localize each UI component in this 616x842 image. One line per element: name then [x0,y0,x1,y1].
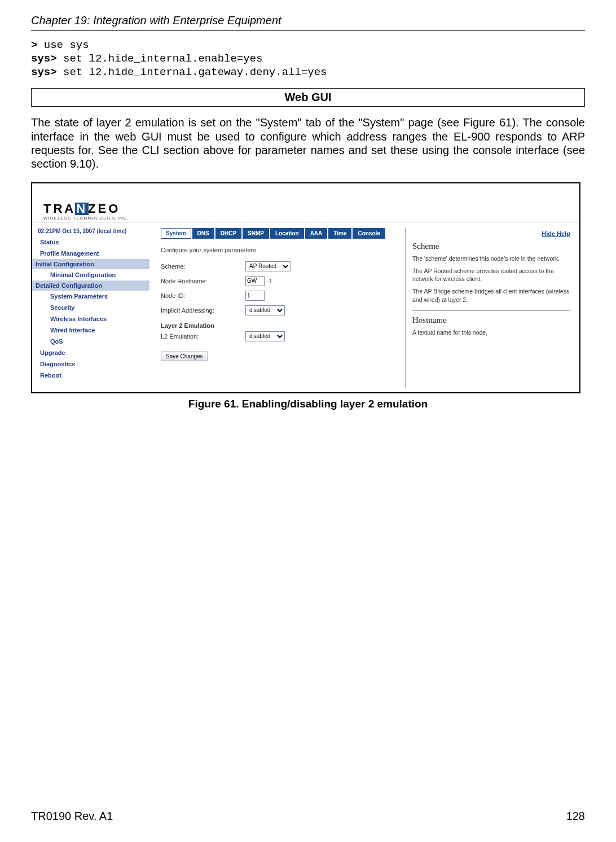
help-text: The AP Routed scheme provides routed acc… [412,267,570,283]
help-panel: Hide Help Scheme The 'scheme' determines… [405,228,575,388]
sidebar-item-wireless[interactable]: Wireless Interfaces [32,313,149,324]
section-heading: Web GUI [31,88,585,107]
screenshot-header: TRANZEO WIRELESS TECHNOLOGIES INC. [32,183,579,222]
footer-revision: TR0190 Rev. A1 [31,810,113,823]
sidebar-item-upgrade[interactable]: Upgrade [32,347,149,358]
tab-dns[interactable]: DNS [192,228,214,239]
cli-prompt: sys> [31,66,57,78]
chapter-title: Chapter 19: Integration with Enterprise … [31,14,585,27]
cli-block: > use sys sys> set l2.hide_internal.enab… [31,39,585,79]
tab-row: System DNS DHCP SNMP Location AAA Time C… [161,228,399,239]
tab-time[interactable]: Time [328,228,351,239]
sidebar-item-system-parameters[interactable]: System Parameters [32,291,149,302]
sidebar: 02:21PM Oct 15, 2007 (local time) Status… [32,222,149,392]
body-paragraph: The state of layer 2 emulation is set on… [31,116,585,171]
footer-page-number: 128 [566,810,585,823]
nodeid-input[interactable] [245,291,265,301]
scheme-select[interactable]: AP Routed [245,261,291,271]
logo-subtext: WIRELESS TECHNOLOGIES INC. [43,216,129,221]
sidebar-item-wired[interactable]: Wired Interface [32,324,149,336]
save-button[interactable]: Save Changes [161,352,208,361]
nodeid-label: Node ID: [161,292,245,299]
help-heading-hostname: Hostname [412,315,570,325]
sidebar-item-minimal[interactable]: Minimal Configuration [32,269,149,280]
cli-command: set l2.hide_internal.enable=yes [57,52,263,65]
l2-label: L2 Emulation: [161,333,245,340]
tab-console[interactable]: Console [353,228,385,239]
help-heading-scheme: Scheme [412,242,570,251]
figure-caption: Figure 61. Enabling/disabling layer 2 em… [31,398,585,410]
scheme-label: Scheme: [161,263,245,270]
tab-system[interactable]: System [161,228,191,239]
hostname-input[interactable] [245,276,265,286]
tab-aaa[interactable]: AAA [305,228,328,239]
cli-prompt: > [31,39,37,51]
implicit-select[interactable]: disabled [245,305,285,315]
help-text: The AP Bridge scheme bridges all client … [412,287,570,303]
tab-dhcp[interactable]: DHCP [215,228,241,239]
hide-help-link[interactable]: Hide Help [412,230,570,237]
sidebar-time: 02:21PM Oct 15, 2007 (local time) [32,226,149,236]
sidebar-group-initial: Initial Configuration [32,259,149,269]
sidebar-item-security[interactable]: Security [32,302,149,313]
sidebar-item-qos[interactable]: QoS [32,336,149,347]
sidebar-item-status[interactable]: Status [32,236,149,248]
cli-command: use sys [37,39,89,51]
tab-location[interactable]: Location [270,228,304,239]
help-text: A textual name for this node, [412,328,570,336]
sidebar-item-reboot[interactable]: Reboot [32,370,149,381]
tab-snmp[interactable]: SNMP [243,228,269,239]
logo-text: ZEO [88,201,120,216]
form-description: Configure your system parameters. [161,247,399,253]
logo-z-icon: N [75,203,89,215]
l2-section-title: Layer 2 Emulation [161,322,399,329]
logo: TRANZEO WIRELESS TECHNOLOGIES INC. [43,203,129,221]
header-rule [31,30,585,31]
implicit-label: Implicit Addressing: [161,307,245,314]
figure-screenshot: TRANZEO WIRELESS TECHNOLOGIES INC. 02:21… [31,182,580,393]
cli-command: set l2.hide_internal.gateway.deny.all=ye… [57,66,327,78]
sidebar-item-profile[interactable]: Profile Management [32,248,149,259]
cli-prompt: sys> [31,52,57,65]
logo-text: TRA [43,201,76,216]
hostname-label: Node Hostname: [161,278,245,284]
hostname-suffix: -1 [267,278,272,284]
sidebar-group-detailed: Detailed Configuration [32,280,149,291]
sidebar-item-diagnostics[interactable]: Diagnostics [32,358,149,370]
l2-select[interactable]: disabled [245,331,285,341]
help-separator [412,310,570,311]
help-text: The 'scheme' determines this node's role… [412,255,570,262]
